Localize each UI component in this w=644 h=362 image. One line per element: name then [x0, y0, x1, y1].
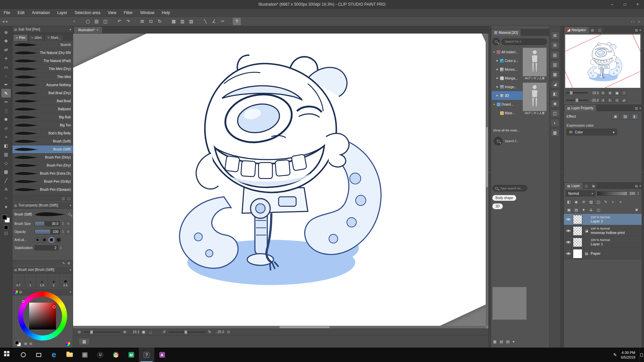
- camera-angle-icon[interactable]: ◉: [551, 100, 559, 108]
- delete-layer-icon[interactable]: ✖: [633, 207, 640, 213]
- dock-collapse-icon[interactable]: ◀◀: [2, 20, 8, 23]
- horizontal-scrollbar[interactable]: [73, 326, 486, 328]
- clip-below-icon[interactable]: ◧: [566, 199, 572, 205]
- navigator-tab[interactable]: Navigator: [565, 27, 589, 33]
- layer-row[interactable]: ▤ Paper: [564, 248, 642, 259]
- brush-size-slider[interactable]: 30.0: [35, 221, 60, 226]
- edge-icon[interactable]: e: [46, 348, 62, 362]
- navigator-zoom-slider[interactable]: [566, 92, 588, 94]
- hue-marker[interactable]: [22, 300, 24, 303]
- panel-menu-icon[interactable]: ▾: [69, 204, 71, 207]
- navigator-preview[interactable]: [565, 35, 640, 88]
- color-pair-swatch[interactable]: [15, 341, 22, 347]
- m-app-icon[interactable]: M: [123, 348, 139, 362]
- frame-border-tool[interactable]: ▦: [1, 167, 11, 176]
- eraser-tool[interactable]: ▱: [1, 124, 11, 132]
- color-wheel-tab-icon[interactable]: [14, 290, 18, 294]
- figure-tool[interactable]: ◇: [1, 159, 11, 167]
- visibility-eye-icon[interactable]: [566, 241, 571, 244]
- layer-property-tab[interactable]: ▤Layer Property: [565, 105, 596, 111]
- close-panel-icon[interactable]: ⊠: [551, 32, 559, 40]
- tree-manga-material[interactable]: ▶ Manga...: [492, 74, 523, 82]
- quick-access-button[interactable]: ▦: [78, 338, 90, 345]
- tree-download[interactable]: ▼ Downl...: [492, 100, 523, 109]
- maximize-button[interactable]: □: [619, 0, 631, 8]
- app-logo-icon[interactable]: ◔: [70, 18, 78, 25]
- layer-opacity-stepper[interactable]: ▴▾: [637, 192, 640, 195]
- material-panel-tab[interactable]: Material [3D]: [492, 29, 521, 36]
- subtool-brush-row[interactable]: Scorch: [12, 41, 73, 49]
- antialias-option-none[interactable]: [35, 237, 40, 243]
- task-view-button[interactable]: [31, 348, 46, 362]
- horizontal-scrollbar-thumb[interactable]: [279, 326, 330, 328]
- brush-size-preset[interactable]: 2: [48, 274, 59, 288]
- tree-image-material[interactable]: ▶ Image...: [492, 82, 523, 91]
- menu-item[interactable]: Edit: [14, 9, 28, 16]
- snap-special-ruler-icon[interactable]: ▥: [178, 18, 186, 25]
- zoom-out-icon[interactable]: ⊖: [76, 330, 82, 334]
- fill-tool[interactable]: ◧: [1, 141, 11, 150]
- panel-overflow-icon[interactable]: »: [638, 19, 640, 23]
- cube-3d-icon[interactable]: ◧: [551, 90, 559, 98]
- color-set-icon[interactable]: ▦: [24, 342, 27, 345]
- material-preview-item[interactable]: 3Dデッサン人形: [523, 82, 549, 115]
- layer-row[interactable]: ◪ 100 % Normal moonray hollow print: [564, 225, 642, 237]
- subtool-brush-row[interactable]: Big Bub: [12, 113, 73, 121]
- detail-view-icon[interactable]: ▤: [506, 340, 509, 344]
- layer-row[interactable]: 100 % Normal Layer 1: [564, 237, 642, 248]
- tag-search-field[interactable]: [492, 185, 527, 191]
- antialias-option-weak[interactable]: [42, 237, 47, 243]
- subtool-brush-row[interactable]: Bad Brad: [12, 97, 73, 105]
- visibility-eye-icon[interactable]: [566, 229, 571, 232]
- nav-fit-screen-icon[interactable]: ▣: [614, 90, 620, 96]
- rotate-ccw-icon[interactable]: ↺: [161, 330, 167, 334]
- dock-splitter-right[interactable]: ›: [561, 26, 564, 348]
- subtool-brush-row[interactable]: Brush Pen (Gritty): [12, 178, 73, 186]
- panel-list-icon[interactable]: ▤: [635, 28, 638, 32]
- list-view-icon[interactable]: ▤: [499, 340, 503, 344]
- subtool-tab-marker[interactable]: ✎Mark...: [45, 34, 64, 41]
- material-search-field[interactable]: [501, 39, 547, 45]
- straight-line-icon[interactable]: ╲: [201, 18, 209, 25]
- menu-item[interactable]: Filter: [120, 9, 137, 16]
- subtool-brush-row[interactable]: Brush Pen (Dry): [12, 162, 73, 170]
- brush-size-dynamics-icon[interactable]: ◊: [66, 221, 71, 226]
- brush-size-preset[interactable]: 0.7: [13, 274, 24, 288]
- opacity-dynamics-icon[interactable]: ◊: [66, 229, 71, 234]
- dock-edge-strip[interactable]: ›: [642, 26, 644, 348]
- lock-alpha-icon[interactable]: ▨: [588, 199, 594, 205]
- new-canvas-icon[interactable]: ▢: [84, 18, 92, 25]
- blend-mode-dropdown[interactable]: Normal ▾: [566, 190, 595, 196]
- subview-tab[interactable]: ▤: [589, 27, 596, 33]
- paste-to-canvas-icon[interactable]: ◫: [551, 109, 559, 117]
- layer-search-tab[interactable]: ◫: [583, 183, 590, 189]
- lasso-tool[interactable]: ◌: [1, 71, 11, 80]
- start-button[interactable]: [0, 348, 15, 362]
- menu-item[interactable]: Window: [137, 9, 158, 16]
- menu-item[interactable]: Selection area: [71, 9, 104, 16]
- brush-size-preset[interactable]: 1: [24, 274, 36, 288]
- screentone-icon[interactable]: ▨: [30, 342, 33, 345]
- show-all-materials-link[interactable]: Show all the mate...: [493, 129, 548, 132]
- ruler-tool[interactable]: ╱: [1, 176, 11, 185]
- tree-monochromatic[interactable]: ▶ Monoc...: [492, 65, 523, 74]
- panel-list-icon[interactable]: ▤: [635, 107, 638, 110]
- reset-rotation-icon[interactable]: ⊙: [226, 330, 231, 334]
- pop-window-icon[interactable]: ⊞: [551, 41, 559, 49]
- taskbar-clock[interactable]: 4:39 PM 6/5/2019: [621, 350, 635, 360]
- light-source-icon[interactable]: ◐: [551, 119, 559, 127]
- panel-scroll-left-icon[interactable]: ‹ ›: [631, 19, 634, 23]
- visibility-eye-icon[interactable]: [566, 218, 571, 221]
- a-app-icon[interactable]: A: [154, 348, 170, 362]
- canvas-viewport[interactable]: [73, 34, 486, 326]
- panel-menu-icon[interactable]: ▾: [69, 268, 71, 272]
- material-search-logo-icon[interactable]: [492, 38, 500, 45]
- material-search-more-button[interactable]: [494, 137, 502, 145]
- subtool-tab-allen[interactable]: ✑allen: [28, 34, 44, 41]
- document-tab[interactable]: Illustration* ▾: [74, 27, 102, 33]
- duplicate-layer-icon[interactable]: ◫: [595, 207, 602, 213]
- search-cortana-button[interactable]: [15, 348, 31, 362]
- antialias-option-strong[interactable]: [56, 237, 61, 243]
- transform-icon[interactable]: ⊡: [147, 18, 155, 25]
- reference-layer-icon[interactable]: ◉: [573, 199, 580, 205]
